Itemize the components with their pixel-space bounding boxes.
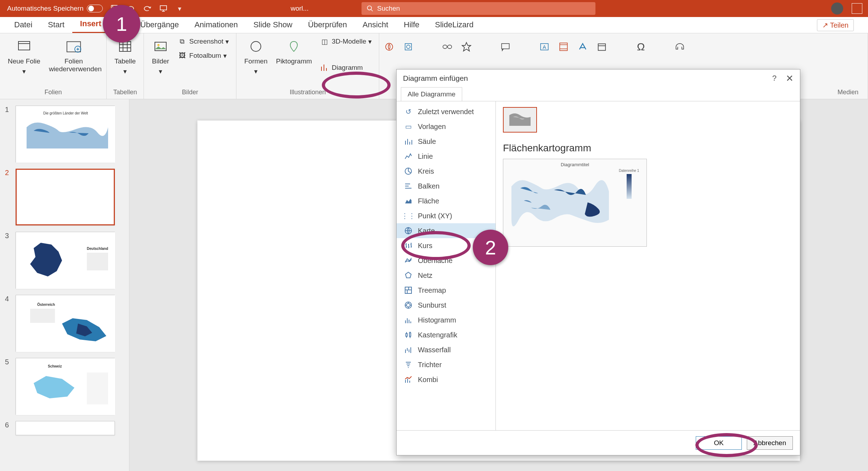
symbol-icon[interactable]: Ω xyxy=(636,42,646,52)
autosave-toggle[interactable] xyxy=(87,5,103,12)
cube-icon: ◫ xyxy=(320,37,330,46)
ribbon-display-icon[interactable] xyxy=(852,3,862,14)
svg-rect-38 xyxy=(409,333,411,336)
3d-models-button[interactable]: ◫3D-Modelle ▾ xyxy=(318,35,374,47)
svg-rect-2 xyxy=(160,6,167,10)
shapes-button[interactable]: Formen▾ xyxy=(241,35,270,78)
chart-subtype-thumb[interactable] xyxy=(503,107,537,133)
wordart-icon[interactable] xyxy=(578,42,588,52)
svg-rect-19 xyxy=(560,43,567,50)
svg-text:Österreich: Österreich xyxy=(37,302,55,307)
action-icon[interactable] xyxy=(461,42,471,52)
scatter-icon: ⋮⋮ xyxy=(404,211,413,220)
screenshot-button[interactable]: ⧉Screenshot ▾ xyxy=(175,35,231,47)
slide-thumb-3[interactable]: 3Deutschland xyxy=(5,232,124,288)
textbox-icon[interactable]: A xyxy=(539,42,549,52)
charttype-saeule[interactable]: Säule xyxy=(397,134,495,149)
new-slide-button[interactable]: Neue Folie▾ xyxy=(5,35,43,78)
charttype-netz[interactable]: Netz xyxy=(397,268,495,283)
tab-slideshow[interactable]: Slide Show xyxy=(246,17,300,33)
slide-thumb-2[interactable]: 2 xyxy=(5,169,124,225)
search-bar[interactable]: Suchen xyxy=(362,2,595,15)
svg-rect-4 xyxy=(18,41,30,50)
link-icon[interactable] xyxy=(442,42,452,52)
slide-panel[interactable]: 1Die größten Länder der Welt 2 3Deutschl… xyxy=(0,99,129,471)
tab-ueberpruefen[interactable]: Überprüfen xyxy=(300,17,355,33)
map-preview-svg xyxy=(506,169,616,232)
search-placeholder: Suchen xyxy=(377,5,400,12)
tab-start[interactable]: Start xyxy=(40,17,72,33)
svg-rect-20 xyxy=(598,44,606,51)
piktogramm-button[interactable]: Piktogramm xyxy=(273,35,315,67)
slide-thumb-4[interactable]: 4Österreich xyxy=(5,295,124,352)
media-icon[interactable] xyxy=(675,42,685,52)
charttype-treemap[interactable]: Treemap xyxy=(397,283,495,298)
slide-thumb-6[interactable]: 6 xyxy=(5,421,124,435)
svg-rect-15 xyxy=(448,45,452,49)
preview-title: Diagrammtitel xyxy=(561,162,589,167)
redo-icon[interactable] xyxy=(142,4,152,13)
slideshow-icon[interactable] xyxy=(159,4,168,13)
dialog-title: Diagramm einfügen xyxy=(403,74,468,83)
charttype-wasserfall[interactable]: Wasserfall xyxy=(397,342,495,357)
charttype-sunburst[interactable]: Sunburst xyxy=(397,298,495,313)
line-icon xyxy=(404,152,413,161)
boxplot-icon xyxy=(404,330,413,340)
zoom-icon[interactable] xyxy=(403,42,413,52)
pictures-button[interactable]: Bilder▾ xyxy=(149,35,172,78)
tab-uebergaenge[interactable]: Übergänge xyxy=(133,17,187,33)
tab-hilfe[interactable]: Hilfe xyxy=(396,17,427,33)
slide-thumb-5[interactable]: 5Schweiz xyxy=(5,358,124,415)
charttype-kastengrafik[interactable]: Kastengrafik xyxy=(397,327,495,342)
charttype-kreis[interactable]: Kreis xyxy=(397,164,495,179)
group-tabellen: Tabelle▾ Tabellen xyxy=(107,33,144,99)
comment-icon[interactable] xyxy=(500,42,510,52)
dialog-help-icon[interactable]: ? xyxy=(772,74,777,83)
fotoalbum-button[interactable]: 🖼Fotoalbum ▾ xyxy=(175,50,231,62)
user-avatar[interactable] xyxy=(831,2,843,15)
share-button[interactable]: ↗ Teilen xyxy=(817,19,854,31)
annotation-oval-diagramm xyxy=(322,72,391,99)
charttype-linie[interactable]: Linie xyxy=(397,149,495,164)
date-icon[interactable] xyxy=(597,42,607,52)
radar-icon xyxy=(404,271,413,280)
tab-ansicht[interactable]: Ansicht xyxy=(355,17,396,33)
charttype-zuletzt[interactable]: ↺Zuletzt verwendet xyxy=(397,104,495,119)
charttype-kombi[interactable]: Kombi xyxy=(397,372,495,387)
search-icon xyxy=(366,5,374,12)
dialog-tab-all[interactable]: Alle Diagramme xyxy=(401,87,462,101)
dialog-titlebar: Diagramm einfügen ? ✕ xyxy=(397,69,800,87)
document-name[interactable]: worl... xyxy=(291,5,309,12)
charttype-punkt[interactable]: ⋮⋮Punkt (XY) xyxy=(397,208,495,223)
map-icon xyxy=(404,226,413,235)
group-folien: Neue Folie▾ Folien wiederverwenden Folie… xyxy=(0,33,107,99)
surface-icon xyxy=(404,256,413,265)
chart-type-list: ↺Zuletzt verwendet ▭Vorlagen Säule Linie… xyxy=(397,101,496,430)
slide-thumb-1[interactable]: 1Die größten Länder der Welt xyxy=(5,106,124,162)
header-footer-icon[interactable] xyxy=(559,42,569,52)
screenshot-icon: ⧉ xyxy=(177,37,187,46)
reuse-slides-button[interactable]: Folien wiederverwenden xyxy=(46,35,101,75)
charttype-histogramm[interactable]: Histogramm xyxy=(397,313,495,327)
annotation-2: 2 xyxy=(473,230,508,265)
tab-datei[interactable]: Datei xyxy=(6,17,40,33)
autosave-label: Automatisches Speichern xyxy=(7,5,83,12)
chart-preview-area: Flächenkartogramm Diagrammtitel Datenrei… xyxy=(496,101,800,430)
group-label-bilder: Bilder xyxy=(149,87,231,99)
pictures-icon xyxy=(152,38,169,55)
sunburst-icon xyxy=(404,301,413,310)
charttype-balken[interactable]: Balken xyxy=(397,179,495,194)
svg-rect-37 xyxy=(406,333,407,336)
tab-animationen[interactable]: Animationen xyxy=(187,17,246,33)
svg-rect-5 xyxy=(67,42,80,52)
dialog-close-icon[interactable]: ✕ xyxy=(786,73,794,84)
svg-rect-25 xyxy=(87,253,108,270)
tab-slidelizard[interactable]: SlideLizard xyxy=(427,17,481,33)
new-slide-icon xyxy=(15,38,33,55)
charttype-vorlagen[interactable]: ▭Vorlagen xyxy=(397,119,495,134)
svg-point-13 xyxy=(407,45,410,49)
qat-more-icon[interactable]: ▾ xyxy=(175,4,184,13)
charttype-trichter[interactable]: Trichter xyxy=(397,357,495,372)
charttype-flaeche[interactable]: Fläche xyxy=(397,194,495,208)
addin-icon[interactable] xyxy=(384,42,394,52)
